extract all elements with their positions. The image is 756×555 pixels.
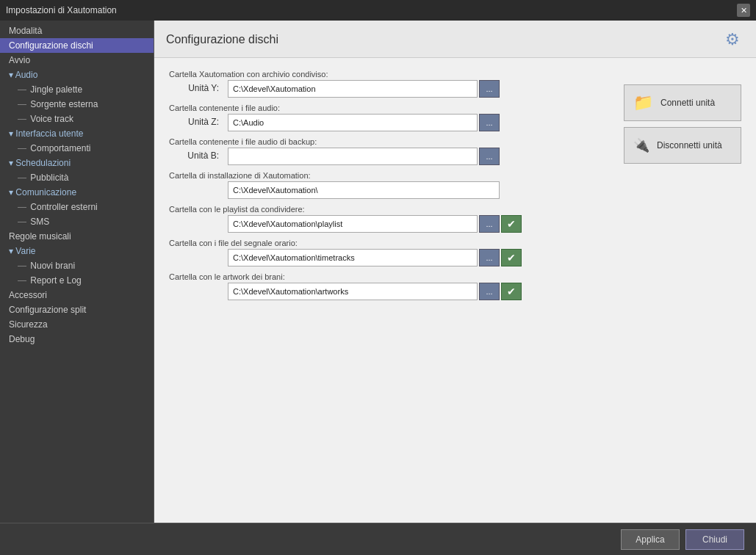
segnale-orario-browse-button[interactable]: ... [479,249,500,266]
unita-z-field-row: ... [228,114,500,131]
unita-z-input[interactable] [228,114,478,131]
sidebar-item-pubblicita[interactable]: — Pubblicità [0,170,154,185]
artwork-field-row: ... ✔ [228,283,522,300]
close-button[interactable]: ✕ [737,4,750,17]
playlist-block: Cartella con le playlist da condividere:… [169,205,594,233]
unita-z-label: Unità Z: [169,114,228,127]
unita-z-block: Cartella contenente i file audio: Unità … [169,104,594,131]
right-buttons: 📁 Connetti unità 🔌 Disconnetti unità [624,84,741,164]
unita-y-label: Unità Y: [169,80,228,93]
sidebar-item-comportamenti[interactable]: — Comportamenti [0,141,154,156]
segnale-orario-caption: Cartella con i file del segnale orario: [169,239,594,247]
unita-y-row: Unità Y: ... [169,80,594,98]
installazione-field-row [228,181,500,199]
disconnetti-unita-label: Disconnetti unità [657,140,722,150]
playlist-check-button[interactable]: ✔ [501,215,522,233]
footer: Applica Chiudi [0,523,756,555]
unita-b-input[interactable] [228,148,478,165]
unita-y-field-row: ... [228,80,500,98]
main-window: Impostazioni di Xautomation ✕ Modalità C… [0,0,756,555]
sidebar-item-sicurezza[interactable]: Sicurezza [0,317,154,332]
chiudi-button[interactable]: Chiudi [685,529,744,550]
unita-z-row: Unità Z: ... [169,114,594,131]
artwork-browse-button[interactable]: ... [479,283,500,300]
unita-y-input[interactable] [228,80,478,98]
sidebar-item-varie[interactable]: ▾ Varie [0,244,154,258]
page-title: Configurazione dischi [166,33,278,46]
connetti-unita-button[interactable]: 📁 Connetti unità [624,84,741,121]
unita-y-caption: Cartella Xautomation con archivio condiv… [169,70,594,79]
disconnect-icon: 🔌 [633,137,649,153]
sidebar-item-configurazione-split[interactable]: Configurazione split [0,302,154,317]
sidebar-item-nuovi-brani[interactable]: — Nuovi brani [0,258,154,273]
playlist-caption: Cartella con le playlist da condividere: [169,205,594,214]
content-area: Modalità Configurazione dischi Avvio ▾ A… [0,21,756,523]
gear-icon: ⚙ [721,28,744,51]
sidebar-item-configurazione-dischi[interactable]: Configurazione dischi [0,38,154,53]
segnale-orario-row: ... ✔ [169,249,594,266]
unita-b-field-row: ... [228,148,500,165]
playlist-browse-button[interactable]: ... [479,215,500,233]
segnale-orario-field-row: ... ✔ [228,249,522,266]
playlist-input[interactable] [228,215,478,233]
segnale-orario-check-button[interactable]: ✔ [501,249,522,266]
main-header: Configurazione dischi ⚙ [154,21,756,58]
installazione-block: Cartella di installazione di Xautomation… [169,171,594,199]
installazione-row [169,181,594,199]
sidebar-item-debug[interactable]: Debug [0,332,154,347]
sidebar: Modalità Configurazione dischi Avvio ▾ A… [0,21,154,523]
applica-button[interactable]: Applica [621,529,680,550]
unita-z-browse-button[interactable]: ... [479,114,500,131]
disconnetti-unita-button[interactable]: 🔌 Disconnetti unità [624,127,741,164]
sidebar-item-sorgente-esterna[interactable]: — Sorgente esterna [0,97,154,112]
sidebar-item-report-e-log[interactable]: — Report e Log [0,273,154,288]
sidebar-item-jingle-palette[interactable]: — Jingle palette [0,82,154,97]
fields-block: Cartella Xautomation con archivio condiv… [169,70,594,306]
sidebar-item-voice-track[interactable]: — Voice track [0,112,154,126]
unita-b-caption: Cartella contenente i file audio di back… [169,137,594,146]
sidebar-item-controller-esterni[interactable]: — Controller esterni [0,200,154,214]
folder-icon: 📁 [633,93,653,112]
segnale-orario-block: Cartella con i file del segnale orario: … [169,239,594,266]
unita-b-label: Unità B: [169,148,228,161]
playlist-label [169,215,228,218]
segnale-orario-label [169,249,228,252]
unita-b-block: Cartella contenente i file audio di back… [169,137,594,165]
artwork-row: ... ✔ [169,283,594,300]
sidebar-item-regole-musicali[interactable]: Regole musicali [0,229,154,244]
playlist-row: ... ✔ [169,215,594,233]
unita-y-browse-button[interactable]: ... [479,80,500,98]
unita-b-browse-button[interactable]: ... [479,148,500,165]
sidebar-item-interfaccia-utente[interactable]: ▾ Interfaccia utente [0,126,154,141]
sidebar-item-schedulazioni[interactable]: ▾ Schedulazioni [0,156,154,170]
artwork-block: Cartella con le artwork dei brani: ... ✔ [169,272,594,300]
sidebar-item-modalita[interactable]: Modalità [0,23,154,38]
main-body: Cartella Xautomation con archivio condiv… [154,58,756,523]
installazione-input[interactable] [228,181,500,199]
playlist-field-row: ... ✔ [228,215,522,233]
artwork-input[interactable] [228,283,478,300]
sidebar-item-sms[interactable]: — SMS [0,214,154,229]
sidebar-item-accessori[interactable]: Accessori [0,288,154,302]
segnale-orario-input[interactable] [228,249,478,266]
sidebar-item-avvio[interactable]: Avvio [0,53,154,68]
title-bar: Impostazioni di Xautomation ✕ [0,0,756,21]
unita-y-block: Cartella Xautomation con archivio condiv… [169,70,594,98]
main-panel: Configurazione dischi ⚙ Cartella Xautoma… [154,21,756,523]
unita-b-row: Unità B: ... [169,148,594,165]
artwork-check-button[interactable]: ✔ [501,283,522,300]
form-section: Cartella Xautomation con archivio condiv… [169,70,741,306]
artwork-caption: Cartella con le artwork dei brani: [169,272,594,281]
installazione-label [169,181,228,184]
connetti-unita-label: Connetti unità [660,98,715,108]
artwork-label [169,283,228,286]
installazione-caption: Cartella di installazione di Xautomation… [169,171,594,180]
unita-z-caption: Cartella contenente i file audio: [169,104,594,112]
sidebar-item-audio[interactable]: ▾ Audio [0,68,154,82]
sidebar-item-comunicazione[interactable]: ▾ Comunicazione [0,185,154,200]
window-title: Impostazioni di Xautomation [6,5,117,15]
